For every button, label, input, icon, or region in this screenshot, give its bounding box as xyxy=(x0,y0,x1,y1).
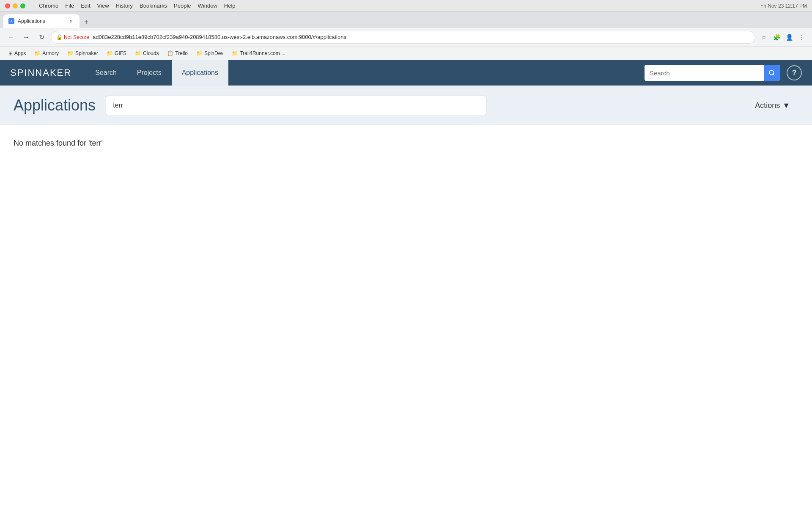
nav-item-search[interactable]: Search xyxy=(85,60,127,86)
addressbar-actions: ☆ 🧩 👤 ⋮ xyxy=(759,32,807,42)
close-dot[interactable] xyxy=(5,3,10,8)
menu-people[interactable]: People xyxy=(174,3,191,9)
address-url: ad083e228cd9b11e89cb702cf239a940-2089418… xyxy=(93,34,346,40)
bookmark-spindev-label: SpinDev xyxy=(204,50,223,56)
nav-search-button[interactable] xyxy=(764,65,780,81)
menu-bookmarks[interactable]: Bookmarks xyxy=(140,3,167,9)
bookmark-trail4runner[interactable]: 📁 Trail4Runner.com ... xyxy=(228,50,289,57)
bookmark-spinnaker-label: Spinnaker xyxy=(75,50,98,56)
apps-bookmark-icon: ⊞ xyxy=(8,50,13,56)
bookmark-apps-label: Apps xyxy=(14,50,26,56)
bookmark-trello[interactable]: 📋 Trello xyxy=(164,50,191,57)
spinnaker-navbar: SPINNAKER Search Projects Applications ? xyxy=(0,60,812,86)
bookmark-armory-label: Armory xyxy=(42,50,59,56)
menu-edit[interactable]: Edit xyxy=(81,3,90,9)
nav-search-input[interactable] xyxy=(645,69,764,77)
menu-history[interactable]: History xyxy=(116,3,133,9)
lock-icon: 🔓 xyxy=(56,34,63,40)
no-results-message: No matches found for 'terr' xyxy=(0,125,812,161)
content-area: Applications Actions ▼ xyxy=(0,86,812,125)
nav-item-applications[interactable]: Applications xyxy=(172,60,228,86)
maximize-dot[interactable] xyxy=(20,3,25,8)
menu-icon[interactable]: ⋮ xyxy=(797,32,807,42)
content-header: Applications Actions ▼ xyxy=(14,96,798,115)
filter-input[interactable] xyxy=(106,96,486,115)
bookmark-gifs[interactable]: 📁 GIFS xyxy=(103,50,130,57)
bookmark-armory[interactable]: 📁 Armory xyxy=(31,50,62,57)
nav-search-box xyxy=(645,65,780,81)
account-icon[interactable]: 👤 xyxy=(784,32,794,42)
svg-line-1 xyxy=(773,74,774,75)
nav-items: Search Projects Applications xyxy=(85,60,228,86)
bookmark-clouds[interactable]: 📁 Clouds xyxy=(132,50,162,57)
tab-bar: A Applications ✕ + xyxy=(0,12,812,28)
bookmark-gifs-label: GIFS xyxy=(115,50,126,56)
datetime: Fri Nov 23 12:17 PM xyxy=(760,3,807,9)
bookmark-apps[interactable]: ⊞ Apps xyxy=(5,50,29,57)
back-button[interactable]: ← xyxy=(5,31,17,43)
menu-window[interactable]: Window xyxy=(198,3,217,9)
tab-label: Applications xyxy=(18,18,45,24)
menu-help[interactable]: Help xyxy=(224,3,236,9)
clouds-bookmark-icon: 📁 xyxy=(135,50,141,56)
armory-bookmark-icon: 📁 xyxy=(34,50,41,56)
spinnaker-logo: SPINNAKER xyxy=(10,67,71,78)
bookmark-spinnaker[interactable]: 📁 Spinnaker xyxy=(64,50,102,57)
bookmark-clouds-label: Clouds xyxy=(143,50,159,56)
trello-bookmark-icon: 📋 xyxy=(167,50,173,56)
active-tab[interactable]: A Applications ✕ xyxy=(3,14,80,28)
menu-view[interactable]: View xyxy=(97,3,109,9)
bookmark-trail4runner-label: Trail4Runner.com ... xyxy=(240,50,285,56)
minimize-dot[interactable] xyxy=(13,3,18,8)
window-controls[interactable] xyxy=(5,3,25,8)
extensions-icon[interactable]: 🧩 xyxy=(771,32,782,42)
spindev-bookmark-icon: 📁 xyxy=(196,50,203,56)
actions-button[interactable]: Actions ▼ xyxy=(746,97,798,114)
bookmark-spindev[interactable]: 📁 SpinDev xyxy=(193,50,227,57)
nav-item-projects[interactable]: Projects xyxy=(127,60,172,86)
forward-button[interactable]: → xyxy=(20,31,32,43)
system-info: Fri Nov 23 12:17 PM xyxy=(760,3,807,9)
not-secure-indicator: 🔓 Not Secure xyxy=(56,34,89,40)
star-icon[interactable]: ☆ xyxy=(759,32,769,42)
menu-chrome[interactable]: Chrome xyxy=(39,3,58,9)
titlebar: Chrome File Edit View History Bookmarks … xyxy=(0,0,812,12)
new-tab-button[interactable]: + xyxy=(80,16,92,28)
address-input[interactable]: 🔓 Not Secure ad083e228cd9b11e89cb702cf23… xyxy=(51,31,755,44)
spinnaker-bookmark-icon: 📁 xyxy=(67,50,74,56)
macos-menu: Chrome File Edit View History Bookmarks … xyxy=(39,3,236,9)
page-title: Applications xyxy=(14,97,96,114)
address-bar: ← → ↻ 🔓 Not Secure ad083e228cd9b11e89cb7… xyxy=(0,28,812,47)
help-button[interactable]: ? xyxy=(787,65,802,80)
bookmarks-bar: ⊞ Apps 📁 Armory 📁 Spinnaker 📁 GIFS 📁 Clo… xyxy=(0,47,812,60)
gifs-bookmark-icon: 📁 xyxy=(107,50,113,56)
bookmark-trello-label: Trello xyxy=(175,50,188,56)
tab-favicon: A xyxy=(8,18,14,24)
menu-file[interactable]: File xyxy=(65,3,74,9)
tab-close-button[interactable]: ✕ xyxy=(68,18,74,25)
svg-point-0 xyxy=(769,70,774,75)
chevron-down-icon: ▼ xyxy=(782,101,790,110)
reload-button[interactable]: ↻ xyxy=(36,31,47,43)
trail4runner-bookmark-icon: 📁 xyxy=(232,50,238,56)
